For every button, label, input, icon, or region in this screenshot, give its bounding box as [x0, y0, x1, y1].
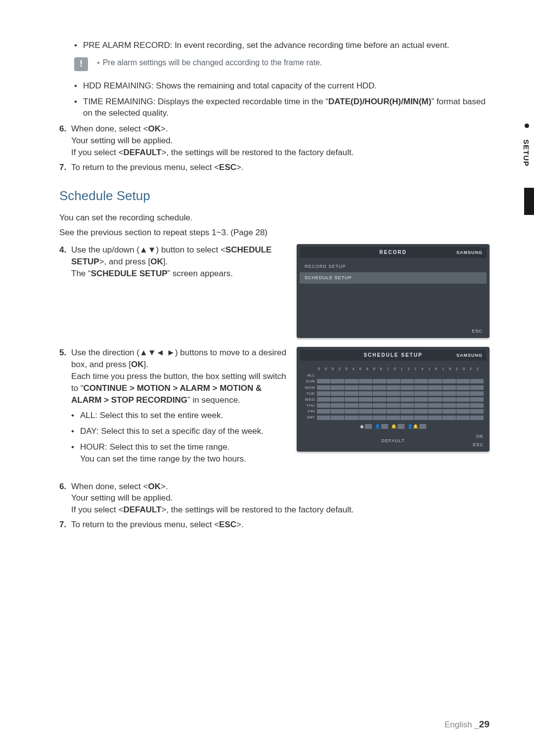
schedule-cell[interactable]: [428, 416, 442, 420]
schedule-cell[interactable]: [414, 397, 428, 402]
alarm-icon: 🔔: [391, 423, 397, 430]
schedule-cell[interactable]: [317, 379, 330, 383]
schedule-cell[interactable]: [373, 385, 386, 390]
schedule-cell[interactable]: [331, 391, 344, 396]
schedule-cell[interactable]: [470, 397, 484, 402]
schedule-cell[interactable]: [387, 416, 400, 420]
schedule-cell[interactable]: [456, 379, 470, 383]
schedule-cell[interactable]: [400, 385, 414, 390]
schedule-ok-button[interactable]: OK: [464, 433, 484, 440]
schedule-cell[interactable]: [373, 379, 386, 383]
schedule-cell[interactable]: [400, 403, 414, 408]
schedule-cell[interactable]: [456, 385, 470, 390]
schedule-cell[interactable]: [400, 397, 414, 402]
schedule-cell[interactable]: [317, 409, 330, 414]
schedule-cell[interactable]: [456, 416, 470, 420]
schedule-cell[interactable]: [456, 409, 470, 414]
record-esc-button[interactable]: ESC: [472, 328, 483, 335]
schedule-cell[interactable]: [359, 416, 372, 420]
schedule-cell[interactable]: [470, 409, 484, 414]
schedule-cell[interactable]: [428, 403, 442, 408]
schedule-cell[interactable]: [373, 391, 386, 396]
schedule-cell[interactable]: [345, 385, 358, 390]
note-callout: ! ▪Pre alarm settings will be changed ac…: [74, 57, 490, 71]
schedule-cell[interactable]: [400, 379, 414, 383]
schedule-cell[interactable]: [443, 403, 456, 408]
schedule-cell[interactable]: [359, 391, 372, 396]
schedule-cell[interactable]: [373, 397, 386, 402]
schedule-cell[interactable]: [387, 403, 400, 408]
schedule-cell[interactable]: [400, 409, 414, 414]
schedule-cell[interactable]: [345, 416, 358, 420]
schedule-cell[interactable]: [400, 416, 414, 420]
schedule-cell[interactable]: [428, 379, 442, 383]
schedule-cell[interactable]: [345, 391, 358, 396]
schedule-cell[interactable]: [456, 397, 470, 402]
schedule-cell[interactable]: [359, 403, 372, 408]
schedule-cell[interactable]: [331, 379, 344, 383]
schedule-cell[interactable]: [456, 391, 470, 396]
schedule-cell[interactable]: [414, 409, 428, 414]
motion-alarm-icon: 👤🔔: [407, 423, 418, 430]
bullet-desc: : In event recording, set the advance re…: [170, 41, 449, 50]
schedule-cell[interactable]: [331, 397, 344, 402]
schedule-cell[interactable]: [470, 385, 484, 390]
schedule-cell[interactable]: [428, 391, 442, 396]
schedule-cell[interactable]: [470, 379, 484, 383]
schedule-cell[interactable]: [345, 379, 358, 383]
schedule-cell[interactable]: [331, 385, 344, 390]
schedule-cell[interactable]: [345, 397, 358, 402]
step-5: 5. Use the direction (▲▼◄ ►) buttons to …: [59, 347, 287, 468]
schedule-esc-button[interactable]: ESC: [464, 442, 484, 448]
schedule-cell[interactable]: [387, 391, 400, 396]
schedule-cell[interactable]: [331, 416, 344, 420]
schedule-cell[interactable]: [359, 385, 372, 390]
schedule-cell[interactable]: [470, 403, 484, 408]
schedule-cell[interactable]: [470, 391, 484, 396]
schedule-cell[interactable]: [317, 397, 330, 402]
schedule-cell[interactable]: [317, 391, 330, 396]
schedule-cell[interactable]: [359, 409, 372, 414]
schedule-screen: SCHEDULE SETUP SAMSUNG 00020406081012141…: [297, 347, 490, 452]
schedule-cell[interactable]: [428, 385, 442, 390]
schedule-cell[interactable]: [373, 403, 386, 408]
step5-sublist: ALL: Select this to set the entire week.…: [71, 410, 287, 464]
schedule-cell[interactable]: [470, 416, 484, 420]
schedule-cell[interactable]: [373, 416, 386, 420]
schedule-cell[interactable]: [387, 379, 400, 383]
schedule-cell[interactable]: [414, 403, 428, 408]
schedule-grid[interactable]: ALLSUNMONTUEWEDTHUFRISAT: [303, 373, 484, 420]
schedule-cell[interactable]: [443, 379, 456, 383]
schedule-cell[interactable]: [317, 385, 330, 390]
schedule-day-label: SUN: [303, 378, 316, 384]
schedule-cell[interactable]: [331, 409, 344, 414]
schedule-cell[interactable]: [400, 391, 414, 396]
schedule-cell[interactable]: [443, 409, 456, 414]
schedule-cell[interactable]: [387, 409, 400, 414]
schedule-cell[interactable]: [359, 379, 372, 383]
schedule-cell[interactable]: [414, 379, 428, 383]
schedule-cell[interactable]: [414, 416, 428, 420]
schedule-cell[interactable]: [373, 409, 386, 414]
schedule-cell[interactable]: [428, 397, 442, 402]
schedule-cell[interactable]: [317, 403, 330, 408]
schedule-cell[interactable]: [414, 391, 428, 396]
schedule-row: TUE: [303, 391, 484, 396]
schedule-default-button[interactable]: DEFAULT: [322, 438, 464, 444]
schedule-cell[interactable]: [428, 409, 442, 414]
schedule-cell[interactable]: [345, 409, 358, 414]
schedule-cell[interactable]: [443, 397, 456, 402]
schedule-cell[interactable]: [387, 397, 400, 402]
schedule-cell[interactable]: [331, 403, 344, 408]
schedule-cell[interactable]: [456, 403, 470, 408]
schedule-cell[interactable]: [359, 397, 372, 402]
schedule-cell[interactable]: [387, 385, 400, 390]
schedule-cell[interactable]: [345, 403, 358, 408]
schedule-cell[interactable]: [443, 391, 456, 396]
menu-record-setup[interactable]: RECORD SETUP: [300, 261, 487, 272]
schedule-cell[interactable]: [443, 416, 456, 420]
schedule-cell[interactable]: [414, 385, 428, 390]
menu-schedule-setup[interactable]: SCHEDULE SETUP: [300, 272, 487, 284]
schedule-cell[interactable]: [443, 385, 456, 390]
schedule-cell[interactable]: [317, 416, 330, 420]
